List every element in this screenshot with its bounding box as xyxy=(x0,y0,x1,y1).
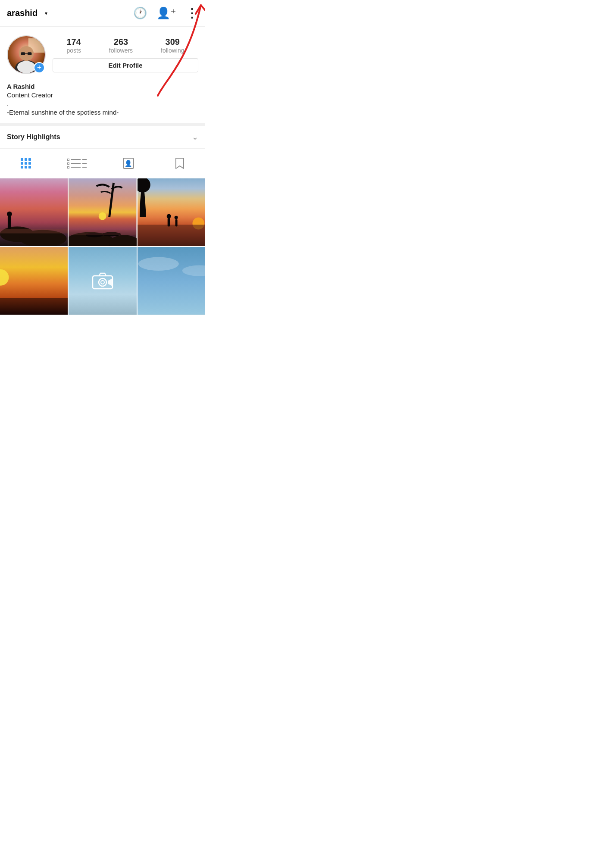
photo-grid xyxy=(0,178,205,315)
photo-6-image xyxy=(138,247,205,315)
bio-dot: . xyxy=(7,100,198,107)
photo-cell-4[interactable] xyxy=(0,247,68,315)
posts-label: posts xyxy=(66,47,81,54)
avatar-container: + xyxy=(7,35,46,74)
tab-list[interactable] xyxy=(51,155,103,172)
person-silhouette: 👤 xyxy=(125,160,132,166)
posts-count: 174 xyxy=(67,37,81,47)
svg-rect-25 xyxy=(138,225,205,247)
followers-label: followers xyxy=(109,47,133,54)
list-icon xyxy=(67,159,87,169)
svg-rect-14 xyxy=(0,229,68,233)
stats-row: 174 posts 263 followers 309 following xyxy=(53,37,198,54)
svg-point-29 xyxy=(174,216,178,219)
svg-rect-12 xyxy=(8,216,11,229)
tab-tagged[interactable]: 👤 xyxy=(103,154,154,172)
followers-stat[interactable]: 263 followers xyxy=(109,37,133,54)
svg-rect-26 xyxy=(167,218,170,227)
svg-rect-37 xyxy=(138,247,205,315)
svg-point-35 xyxy=(99,278,106,286)
svg-point-8 xyxy=(17,61,35,73)
tab-bar: 👤 xyxy=(0,149,205,178)
add-photo-button[interactable]: + xyxy=(34,62,45,73)
photo-cell-2[interactable] xyxy=(69,178,136,246)
history-icon[interactable]: 🕐 xyxy=(133,6,147,20)
following-count: 309 xyxy=(166,37,180,47)
photo-cell-3[interactable] xyxy=(138,178,205,246)
bio-role: Content Creator xyxy=(7,91,198,99)
tab-saved[interactable] xyxy=(154,154,205,173)
following-label: following xyxy=(161,47,184,54)
grid-icon xyxy=(21,158,31,169)
profile-header: + 174 posts 263 followers 309 following xyxy=(0,27,205,81)
svg-rect-5 xyxy=(21,52,25,55)
person-box-icon: 👤 xyxy=(123,158,134,169)
svg-point-13 xyxy=(7,212,12,217)
photo-3-image xyxy=(138,178,205,246)
more-options-icon[interactable]: ⋮ xyxy=(186,6,198,20)
photo-2-image xyxy=(69,178,136,246)
svg-rect-21 xyxy=(69,230,136,235)
svg-rect-28 xyxy=(175,219,177,227)
nav-left: arashid_ ▾ xyxy=(7,8,47,18)
top-nav: arashid_ ▾ 🕐 👤⁺ ⋮ xyxy=(0,0,205,27)
nav-right: 🕐 👤⁺ ⋮ xyxy=(133,6,198,20)
photo-cell-1[interactable] xyxy=(0,178,68,246)
svg-rect-32 xyxy=(0,298,68,315)
bio-section: A Rashid Content Creator . -Eternal suns… xyxy=(0,81,205,123)
story-highlights-section: Story Highlights ⌄ xyxy=(0,126,205,148)
section-divider xyxy=(0,123,205,126)
photo-cell-5[interactable] xyxy=(69,247,136,315)
svg-point-38 xyxy=(138,257,178,271)
following-stat[interactable]: 309 following xyxy=(161,37,184,54)
svg-point-16 xyxy=(99,212,106,220)
profile-stats: 174 posts 263 followers 309 following Ed… xyxy=(53,37,198,72)
tab-grid[interactable] xyxy=(0,155,51,172)
svg-point-27 xyxy=(166,214,171,218)
svg-rect-6 xyxy=(28,52,32,55)
photo-1-image xyxy=(0,178,68,246)
username-label: arashid_ xyxy=(7,8,42,18)
dropdown-icon[interactable]: ▾ xyxy=(45,10,47,16)
display-name: A Rashid xyxy=(7,83,198,90)
add-person-icon[interactable]: 👤⁺ xyxy=(156,6,176,20)
story-highlights-title: Story Highlights xyxy=(7,133,60,141)
bookmark-icon xyxy=(175,157,184,169)
photo-cell-6[interactable] xyxy=(138,247,205,315)
highlights-chevron-icon[interactable]: ⌄ xyxy=(192,132,198,142)
bio-quote: -Eternal sunshine of the spotless mind- xyxy=(7,109,198,116)
photo-4-image xyxy=(0,247,68,315)
svg-point-36 xyxy=(101,281,104,284)
camera-icon xyxy=(92,272,113,290)
followers-count: 263 xyxy=(114,37,128,47)
edit-profile-button[interactable]: Edit Profile xyxy=(53,58,198,72)
posts-stat[interactable]: 174 posts xyxy=(66,37,81,54)
